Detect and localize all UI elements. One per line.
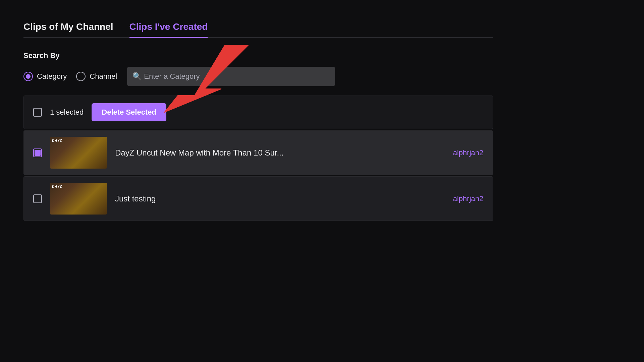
clip-checkbox-1[interactable]	[33, 148, 42, 157]
clip-channel-2[interactable]: alphrjan2	[453, 194, 483, 203]
clip-checkbox-1-inner	[35, 150, 41, 156]
selection-bar: 1 selected Delete Selected	[23, 96, 493, 129]
select-all-checkbox[interactable]	[33, 108, 42, 117]
search-by-label: Search By	[23, 51, 493, 60]
tab-clips-of-my-channel[interactable]: Clips of My Channel	[23, 17, 113, 38]
tab-clips-ive-created[interactable]: Clips I've Created	[129, 17, 208, 38]
radio-category-circle	[23, 72, 33, 81]
search-icon: 🔍	[132, 72, 142, 81]
clip-title-1: DayZ Uncut New Map with More Than 10 Sur…	[115, 148, 445, 158]
radio-group: Category Channel	[23, 72, 117, 81]
radio-category-label: Category	[37, 72, 67, 81]
clip-thumbnail-2: DAYZ	[50, 183, 107, 215]
clips-list: DAYZ DayZ Uncut New Map with More Than 1…	[23, 130, 493, 221]
selected-count: 1 selected	[50, 108, 84, 117]
thumbnail-label-1: DAYZ	[52, 139, 62, 142]
main-container: Clips of My Channel Clips I've Created S…	[23, 17, 493, 222]
search-input-wrapper: 🔍	[127, 67, 335, 86]
radio-channel-label: Channel	[90, 72, 117, 81]
clip-row: DAYZ Just testing alphrjan2	[23, 176, 493, 221]
search-section: Search By Category Channel 🔍	[23, 51, 493, 86]
thumbnail-image-2: DAYZ	[50, 183, 107, 215]
radio-channel-circle	[76, 72, 86, 81]
radio-category-option[interactable]: Category	[23, 72, 67, 81]
search-controls: Category Channel 🔍	[23, 67, 493, 86]
annotation-area: 1 selected Delete Selected	[23, 96, 493, 129]
tab-bar: Clips of My Channel Clips I've Created	[23, 17, 493, 38]
search-input[interactable]	[127, 67, 335, 86]
radio-channel-option[interactable]: Channel	[76, 72, 117, 81]
clip-row: DAYZ DayZ Uncut New Map with More Than 1…	[23, 130, 493, 175]
clip-thumbnail-1: DAYZ	[50, 137, 107, 169]
thumbnail-image-1: DAYZ	[50, 137, 107, 169]
clip-title-2: Just testing	[115, 194, 445, 203]
clip-checkbox-2[interactable]	[33, 194, 42, 203]
delete-selected-button[interactable]: Delete Selected	[92, 103, 166, 121]
thumbnail-label-2: DAYZ	[52, 185, 62, 188]
clip-channel-1[interactable]: alphrjan2	[453, 148, 483, 157]
